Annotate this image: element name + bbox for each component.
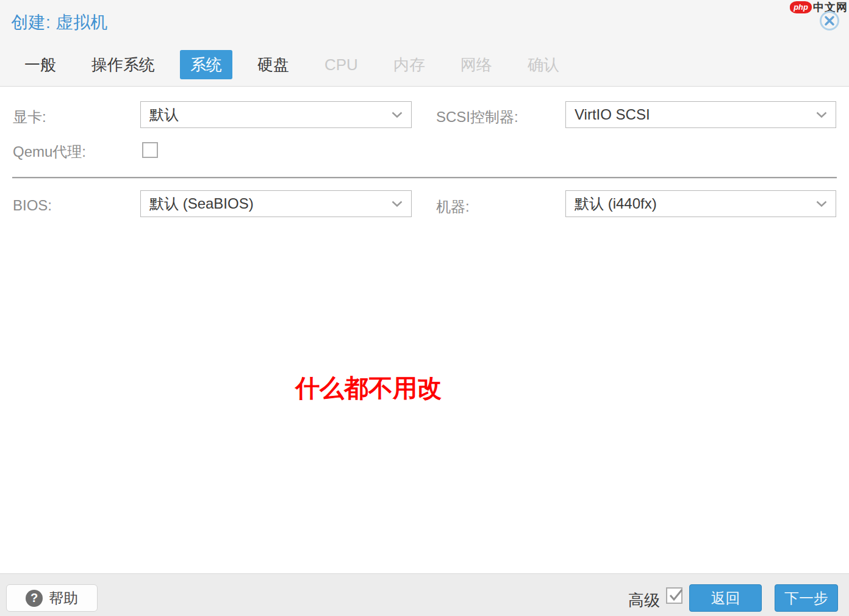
close-button[interactable] xyxy=(819,10,840,31)
help-button-label: 帮助 xyxy=(49,589,78,608)
close-icon xyxy=(819,10,840,31)
dialog-header: 创建: 虚拟机 php 中文网 一般 操作系统 系统 硬盘 CPU 内存 网络 … xyxy=(0,0,849,87)
machine-select[interactable]: 默认 (i440fx) xyxy=(565,190,836,217)
bios-select[interactable]: 默认 (SeaBIOS) xyxy=(140,190,412,217)
dialog-title: 创建: 虚拟机 xyxy=(11,11,108,34)
advanced-checkbox[interactable] xyxy=(666,587,682,604)
checkmark-icon xyxy=(668,587,684,603)
wizard-tabs: 一般 操作系统 系统 硬盘 CPU 内存 网络 确认 xyxy=(14,50,570,79)
machine-label: 机器: xyxy=(436,197,470,217)
qemu-agent-label: Qemu代理: xyxy=(13,142,86,162)
tab-confirm: 确认 xyxy=(517,50,570,79)
graphics-card-select[interactable]: 默认 xyxy=(140,101,412,128)
annotation-text: 什么都不用改 xyxy=(295,371,442,405)
scsi-controller-value: VirtIO SCSI xyxy=(575,106,811,123)
bios-value: 默认 (SeaBIOS) xyxy=(149,194,387,213)
dialog-footer: ? 帮助 高级 返回 下一步 xyxy=(0,573,849,616)
bios-label: BIOS: xyxy=(13,197,52,214)
graphics-card-label: 显卡: xyxy=(13,107,46,127)
chevron-down-icon xyxy=(392,112,403,118)
chevron-down-icon xyxy=(816,201,827,207)
machine-value: 默认 (i440fx) xyxy=(575,194,811,213)
tab-memory: 内存 xyxy=(383,50,435,79)
question-mark-icon: ? xyxy=(26,590,43,607)
chevron-down-icon xyxy=(392,201,403,207)
graphics-card-value: 默认 xyxy=(149,105,387,124)
php-logo-icon: php xyxy=(790,1,812,13)
chevron-down-icon xyxy=(816,112,827,118)
help-button[interactable]: ? 帮助 xyxy=(6,584,98,612)
section-divider xyxy=(12,177,837,179)
tab-network: 网络 xyxy=(450,50,503,79)
advanced-label: 高级 xyxy=(628,590,660,611)
scsi-controller-label: SCSI控制器: xyxy=(436,107,518,127)
tab-general[interactable]: 一般 xyxy=(14,50,66,79)
qemu-agent-checkbox[interactable] xyxy=(142,142,158,158)
tab-disk[interactable]: 硬盘 xyxy=(247,50,299,79)
scsi-controller-select[interactable]: VirtIO SCSI xyxy=(565,101,836,128)
system-tab-panel: 显卡: 默认 SCSI控制器: VirtIO SCSI Qemu代理: BIOS… xyxy=(0,87,849,573)
create-vm-dialog: 创建: 虚拟机 php 中文网 一般 操作系统 系统 硬盘 CPU 内存 网络 … xyxy=(0,0,849,616)
tab-system[interactable]: 系统 xyxy=(180,50,232,79)
tab-cpu: CPU xyxy=(314,50,368,79)
next-button[interactable]: 下一步 xyxy=(775,584,838,612)
back-button[interactable]: 返回 xyxy=(689,584,762,612)
tab-os[interactable]: 操作系统 xyxy=(81,50,165,79)
